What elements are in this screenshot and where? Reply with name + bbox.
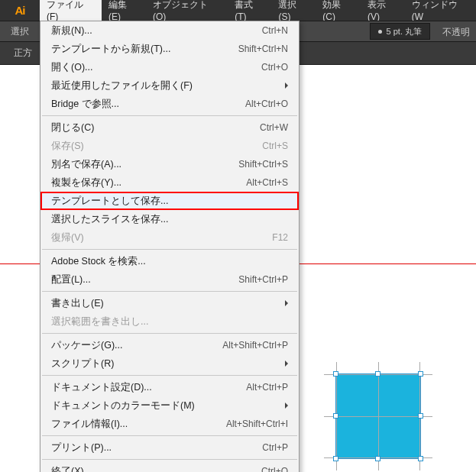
menu-item-label: 書き出し(E) [51, 297, 288, 310]
menu-2[interactable]: オブジェクト(O) [146, 0, 228, 21]
smart-guide [378, 362, 379, 470]
menu-item-10[interactable]: テンプレートとして保存... [40, 192, 299, 210]
menu-3[interactable]: 書式(T) [228, 0, 271, 21]
menu-separator [42, 333, 297, 334]
menu-separator [42, 375, 297, 376]
menu-item-label: Adobe Stock を検索... [51, 255, 288, 268]
menu-item-shortcut: Ctrl+P [262, 442, 288, 453]
menu-item-14[interactable]: Adobe Stock を検索... [40, 252, 299, 270]
menu-item-29[interactable]: 終了(X)Ctrl+Q [40, 462, 299, 472]
menu-separator [42, 249, 297, 250]
menu-6[interactable]: 表示(V) [361, 0, 405, 21]
menu-item-shortcut: Alt+Shift+Ctrl+I [226, 419, 288, 429]
menu-7[interactable]: ウィンドウ(W [405, 0, 476, 21]
menu-item-label: 復帰(V) [51, 231, 272, 244]
menu-item-label: 別名で保存(A)... [51, 158, 238, 171]
menu-item-label: スクリプト(R) [51, 357, 288, 370]
menu-item-11[interactable]: 選択したスライスを保存... [40, 210, 299, 228]
menu-item-shortcut: F12 [272, 232, 288, 243]
menu-4[interactable]: 選択(S) [271, 0, 316, 21]
menu-item-17[interactable]: 書き出し(E) [40, 294, 299, 312]
menubar: Ai ファイル(F)編集(E)オブジェクト(O)書式(T)選択(S)効果(C)表… [0, 0, 476, 21]
resize-handle[interactable] [418, 413, 423, 419]
menu-item-shortcut: Shift+Ctrl+P [238, 274, 288, 285]
menu-item-label: 終了(X) [51, 465, 261, 473]
menu-item-shortcut: Ctrl+O [261, 62, 288, 73]
toolbar-left-label: 選択 [0, 21, 40, 41]
menu-item-label: 配置(L)... [51, 273, 238, 286]
resize-handle[interactable] [418, 456, 423, 461]
resize-handle[interactable] [333, 413, 338, 419]
menu-item-label: 新規(N)... [51, 24, 262, 37]
menu-item-8[interactable]: 別名で保存(A)...Shift+Ctrl+S [40, 155, 299, 173]
menu-item-2[interactable]: 開く(O)...Ctrl+O [40, 58, 299, 76]
menu-item-15[interactable]: 配置(L)...Shift+Ctrl+P [40, 270, 299, 289]
menu-item-shortcut: Ctrl+Q [261, 466, 288, 472]
resize-handle[interactable] [418, 371, 423, 377]
selected-shape[interactable] [336, 374, 420, 458]
resize-handle[interactable] [375, 371, 380, 377]
menu-separator [42, 459, 297, 460]
menu-item-shortcut: Alt+Shift+Ctrl+P [222, 340, 288, 351]
file-menu-dropdown: 新規(N)...Ctrl+Nテンプレートから新規(T)...Shift+Ctrl… [40, 21, 300, 472]
menu-item-3[interactable]: 最近使用したファイルを開く(F) [40, 76, 299, 95]
menu-item-7: 保存(S)Ctrl+S [40, 137, 299, 155]
brush-selector[interactable]: 5 pt. 丸筆 [370, 23, 430, 40]
menu-item-label: テンプレートから新規(T)... [51, 43, 238, 56]
brush-label: 5 pt. 丸筆 [387, 26, 422, 37]
brush-dot-icon [378, 30, 382, 34]
menu-item-9[interactable]: 複製を保存(Y)...Alt+Ctrl+S [40, 173, 299, 192]
menu-item-label: ファイル情報(I)... [51, 418, 226, 431]
menu-item-label: パッケージ(G)... [51, 339, 222, 352]
menu-0[interactable]: ファイル(F) [40, 0, 102, 21]
menu-item-4[interactable]: Bridge で参照...Alt+Ctrl+O [40, 95, 299, 113]
opacity-label: 不透明 [442, 26, 470, 39]
menu-item-shortcut: Ctrl+W [260, 122, 288, 133]
menu-item-6[interactable]: 閉じる(C)Ctrl+W [40, 118, 299, 137]
menu-item-23[interactable]: ドキュメント設定(D)...Alt+Ctrl+P [40, 378, 299, 396]
menu-item-shortcut: Shift+Ctrl+S [238, 159, 288, 170]
menu-item-label: プリント(P)... [51, 441, 262, 454]
menu-item-shortcut: Alt+Ctrl+P [246, 382, 288, 393]
app-logo: Ai [0, 0, 40, 21]
menu-item-label: ドキュメント設定(D)... [51, 381, 246, 394]
menu-separator [42, 291, 297, 292]
menu-separator [42, 115, 297, 116]
menu-item-label: Bridge で参照... [51, 98, 245, 111]
menu-item-1[interactable]: テンプレートから新規(T)...Shift+Ctrl+N [40, 40, 299, 58]
resize-handle[interactable] [333, 456, 338, 461]
menu-item-label: 閉じる(C) [51, 121, 260, 134]
menu-1[interactable]: 編集(E) [102, 0, 146, 21]
menu-item-27[interactable]: プリント(P)...Ctrl+P [40, 438, 299, 457]
menu-item-shortcut: Alt+Ctrl+S [246, 177, 288, 188]
menu-item-label: 開く(O)... [51, 61, 261, 74]
menu-5[interactable]: 効果(C) [316, 0, 361, 21]
menu-item-shortcut: Shift+Ctrl+N [238, 44, 288, 54]
menu-item-label: 選択したスライスを保存... [51, 213, 288, 226]
menu-item-20[interactable]: パッケージ(G)...Alt+Shift+Ctrl+P [40, 336, 299, 354]
menu-item-24[interactable]: ドキュメントのカラーモード(M) [40, 396, 299, 415]
document-tab[interactable]: 正方 [6, 42, 40, 64]
menu-item-18: 選択範囲を書き出し... [40, 312, 299, 331]
menu-item-25[interactable]: ファイル情報(I)...Alt+Shift+Ctrl+I [40, 415, 299, 433]
menu-item-shortcut: Ctrl+N [262, 25, 288, 36]
menu-item-12: 復帰(V)F12 [40, 228, 299, 247]
menu-item-0[interactable]: 新規(N)...Ctrl+N [40, 21, 299, 40]
menu-item-shortcut: Ctrl+S [262, 141, 288, 151]
menu-item-21[interactable]: スクリプト(R) [40, 354, 299, 373]
resize-handle[interactable] [333, 371, 338, 377]
menu-item-label: 保存(S) [51, 140, 262, 153]
menu-item-label: ドキュメントのカラーモード(M) [51, 399, 288, 412]
menu-item-shortcut: Alt+Ctrl+O [245, 99, 288, 109]
menu-item-label: テンプレートとして保存... [51, 195, 288, 208]
menu-item-label: 選択範囲を書き出し... [51, 315, 288, 328]
menu-item-label: 複製を保存(Y)... [51, 176, 246, 189]
menu-separator [42, 435, 297, 436]
resize-handle[interactable] [375, 456, 380, 461]
menu-item-label: 最近使用したファイルを開く(F) [51, 79, 288, 92]
